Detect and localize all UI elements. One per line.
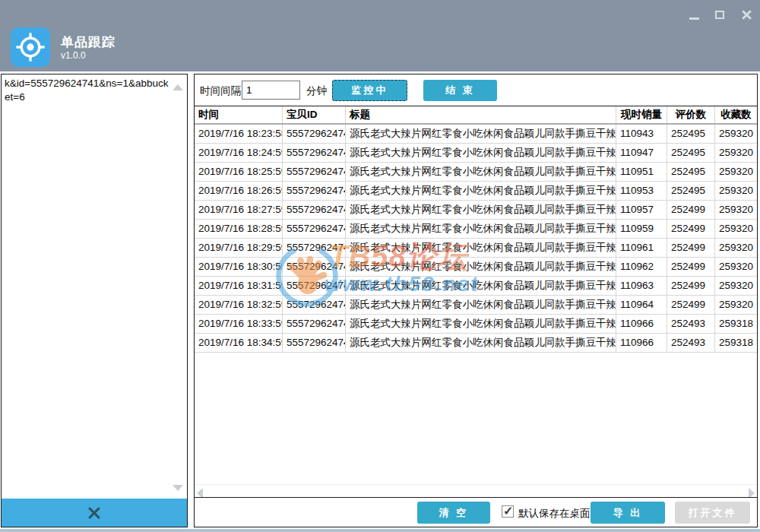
grid-cell-item-id[interactable]: 555729624741 bbox=[283, 144, 346, 162]
grid-cell-favorites[interactable]: 259318 bbox=[715, 315, 757, 333]
grid-cell-reviews[interactable]: 252493 bbox=[667, 334, 715, 352]
grid-cell-title[interactable]: 源氏老式大辣片网红零食小吃休闲食品颖儿同款手撕豆干辣条大礼 bbox=[346, 334, 616, 352]
grid-cell-title[interactable]: 源氏老式大辣片网红零食小吃休闲食品颖儿同款手撕豆干辣条大礼 bbox=[346, 220, 616, 238]
column-header-favorites[interactable]: 收藏数 bbox=[715, 106, 757, 123]
grid-cell-item-id[interactable]: 555729624741 bbox=[283, 239, 346, 257]
grid-cell-time[interactable]: 2019/7/16 18:24:59 bbox=[195, 144, 283, 162]
grid-cell-sales[interactable]: 110959 bbox=[616, 220, 667, 238]
scroll-up-icon[interactable] bbox=[173, 84, 183, 90]
table-row[interactable]: 2019/7/16 18:29:59 555729624741 源氏老式大辣片网… bbox=[195, 239, 757, 258]
grid-cell-favorites[interactable]: 259320 bbox=[715, 201, 757, 219]
grid-cell-sales[interactable]: 110943 bbox=[616, 125, 667, 143]
grid-cell-favorites[interactable]: 259320 bbox=[715, 296, 757, 314]
grid-cell-reviews[interactable]: 252495 bbox=[667, 144, 715, 162]
monitor-button[interactable]: 监控中 bbox=[332, 80, 407, 101]
grid-cell-title[interactable]: 源氏老式大辣片网红零食小吃休闲食品颖儿同款手撕豆干辣条大礼 bbox=[346, 125, 616, 143]
url-text[interactable]: k&id=555729624741&ns=1&abbucket=6 bbox=[5, 77, 172, 104]
table-row[interactable]: 2019/7/16 18:32:59 555729624741 源氏老式大辣片网… bbox=[195, 296, 757, 315]
column-header-time[interactable]: 时间 bbox=[195, 106, 283, 123]
column-header-sales[interactable]: 现时销量 bbox=[616, 106, 667, 123]
grid-cell-item-id[interactable]: 555729624741 bbox=[283, 258, 346, 276]
grid-cell-item-id[interactable]: 555729624741 bbox=[283, 277, 346, 295]
grid-cell-title[interactable]: 源氏老式大辣片网红零食小吃休闲食品颖儿同款手撕豆干辣条大礼 bbox=[346, 296, 616, 314]
grid-cell-item-id[interactable]: 555729624741 bbox=[283, 125, 346, 143]
grid-cell-item-id[interactable]: 555729624741 bbox=[283, 334, 346, 352]
grid-cell-item-id[interactable]: 555729624741 bbox=[283, 220, 346, 238]
save-to-desktop-checkbox[interactable] bbox=[502, 505, 514, 518]
grid-cell-time[interactable]: 2019/7/16 18:32:59 bbox=[195, 296, 283, 314]
table-row[interactable]: 2019/7/16 18:27:59 555729624741 源氏老式大辣片网… bbox=[195, 201, 757, 220]
grid-cell-sales[interactable]: 110951 bbox=[616, 163, 667, 181]
grid-cell-item-id[interactable]: 555729624741 bbox=[283, 296, 346, 314]
grid-cell-title[interactable]: 源氏老式大辣片网红零食小吃休闲食品颖儿同款手撕豆干辣条大礼 bbox=[346, 315, 616, 333]
grid-cell-sales[interactable]: 110961 bbox=[616, 239, 667, 257]
grid-cell-sales[interactable]: 110964 bbox=[616, 296, 667, 314]
horizontal-scrollbar[interactable] bbox=[195, 484, 757, 497]
clear-button[interactable]: 清 空 bbox=[417, 502, 490, 524]
grid-cell-sales[interactable]: 110963 bbox=[616, 277, 667, 295]
table-row[interactable]: 2019/7/16 18:30:59 555729624741 源氏老式大辣片网… bbox=[195, 258, 757, 277]
grid-cell-reviews[interactable]: 252499 bbox=[667, 201, 715, 219]
grid-cell-item-id[interactable]: 555729624741 bbox=[283, 182, 346, 200]
grid-cell-sales[interactable]: 110962 bbox=[616, 258, 667, 276]
grid-cell-reviews[interactable]: 252499 bbox=[667, 258, 715, 276]
table-row[interactable]: 2019/7/16 18:25:59 555729624741 源氏老式大辣片网… bbox=[195, 163, 757, 182]
table-row[interactable]: 2019/7/16 18:34:59 555729624741 源氏老式大辣片网… bbox=[195, 334, 757, 353]
table-row[interactable]: 2019/7/16 18:26:59 555729624741 源氏老式大辣片网… bbox=[195, 182, 757, 201]
grid-cell-reviews[interactable]: 252499 bbox=[667, 220, 715, 238]
grid-cell-favorites[interactable]: 259320 bbox=[715, 220, 757, 238]
clear-url-button[interactable] bbox=[2, 499, 187, 527]
column-header-reviews[interactable]: 评价数 bbox=[667, 106, 715, 123]
table-row[interactable]: 2019/7/16 18:31:59 555729624741 源氏老式大辣片网… bbox=[195, 277, 757, 296]
grid-cell-item-id[interactable]: 555729624741 bbox=[283, 163, 346, 181]
grid-cell-reviews[interactable]: 252495 bbox=[667, 125, 715, 143]
interval-input[interactable] bbox=[242, 81, 300, 100]
table-row[interactable]: 2019/7/16 18:33:59 555729624741 源氏老式大辣片网… bbox=[195, 315, 757, 334]
grid-cell-reviews[interactable]: 252499 bbox=[667, 277, 715, 295]
grid-cell-title[interactable]: 源氏老式大辣片网红零食小吃休闲食品颖儿同款手撕豆干辣条大礼 bbox=[346, 182, 616, 200]
export-button[interactable]: 导 出 bbox=[591, 502, 665, 524]
scroll-right-icon[interactable] bbox=[749, 488, 755, 498]
grid-cell-favorites[interactable]: 259320 bbox=[715, 239, 757, 257]
grid-cell-sales[interactable]: 110953 bbox=[616, 182, 667, 200]
grid-cell-title[interactable]: 源氏老式大辣片网红零食小吃休闲食品颖儿同款手撕豆干辣条大礼 bbox=[346, 258, 616, 276]
column-header-title[interactable]: 标题 bbox=[346, 106, 616, 123]
grid-cell-favorites[interactable]: 259320 bbox=[715, 277, 757, 295]
grid-cell-favorites[interactable]: 259320 bbox=[715, 163, 757, 181]
grid-cell-favorites[interactable]: 259320 bbox=[715, 144, 757, 162]
grid-cell-time[interactable]: 2019/7/16 18:34:59 bbox=[195, 334, 283, 352]
grid-cell-time[interactable]: 2019/7/16 18:26:59 bbox=[195, 182, 283, 200]
grid-cell-sales[interactable]: 110966 bbox=[616, 315, 667, 333]
grid-cell-sales[interactable]: 110947 bbox=[616, 144, 667, 162]
grid-cell-title[interactable]: 源氏老式大辣片网红零食小吃休闲食品颖儿同款手撕豆干辣条大礼 bbox=[346, 144, 616, 162]
grid-cell-time[interactable]: 2019/7/16 18:23:58 bbox=[195, 125, 283, 143]
grid-cell-sales[interactable]: 110957 bbox=[616, 201, 667, 219]
grid-cell-reviews[interactable]: 252493 bbox=[667, 315, 715, 333]
grid-cell-reviews[interactable]: 252499 bbox=[667, 239, 715, 257]
table-row[interactable]: 2019/7/16 18:28:59 555729624741 源氏老式大辣片网… bbox=[195, 220, 757, 239]
grid-cell-favorites[interactable]: 259320 bbox=[715, 125, 757, 143]
stop-button[interactable]: 结 束 bbox=[423, 80, 497, 101]
grid-cell-reviews[interactable]: 252495 bbox=[667, 182, 715, 200]
scroll-down-icon[interactable] bbox=[173, 485, 183, 491]
grid-cell-reviews[interactable]: 252495 bbox=[667, 163, 715, 181]
minimize-button[interactable] bbox=[683, 4, 705, 25]
grid-cell-time[interactable]: 2019/7/16 18:28:59 bbox=[195, 220, 283, 238]
column-header-item-id[interactable]: 宝贝ID bbox=[283, 106, 346, 123]
grid-cell-title[interactable]: 源氏老式大辣片网红零食小吃休闲食品颖儿同款手撕豆干辣条大礼 bbox=[346, 239, 616, 257]
grid-cell-title[interactable]: 源氏老式大辣片网红零食小吃休闲食品颖儿同款手撕豆干辣条大礼 bbox=[346, 277, 616, 295]
grid-cell-sales[interactable]: 110966 bbox=[616, 334, 667, 352]
maximize-button[interactable] bbox=[709, 4, 730, 25]
grid-cell-title[interactable]: 源氏老式大辣片网红零食小吃休闲食品颖儿同款手撕豆干辣条大礼 bbox=[346, 201, 616, 219]
table-row[interactable]: 2019/7/16 18:23:58 555729624741 源氏老式大辣片网… bbox=[195, 125, 757, 144]
grid-cell-time[interactable]: 2019/7/16 18:31:59 bbox=[195, 277, 283, 295]
grid-cell-time[interactable]: 2019/7/16 18:33:59 bbox=[195, 315, 283, 333]
grid-cell-time[interactable]: 2019/7/16 18:27:59 bbox=[195, 201, 283, 219]
scroll-left-icon[interactable] bbox=[197, 488, 203, 498]
grid-cell-time[interactable]: 2019/7/16 18:30:59 bbox=[195, 258, 283, 276]
close-button[interactable] bbox=[736, 4, 757, 25]
grid-cell-item-id[interactable]: 555729624741 bbox=[283, 315, 346, 333]
grid-cell-favorites[interactable]: 259320 bbox=[715, 182, 757, 200]
grid-cell-favorites[interactable]: 259320 bbox=[715, 258, 757, 276]
grid-cell-time[interactable]: 2019/7/16 18:29:59 bbox=[195, 239, 283, 257]
